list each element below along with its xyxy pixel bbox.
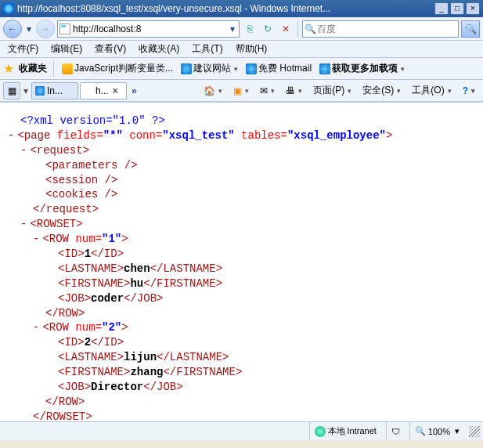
- page-menu[interactable]: 页面(P): [308, 82, 356, 99]
- search-button[interactable]: 🔍: [461, 20, 480, 38]
- search-icon: 🔍: [303, 23, 317, 34]
- xml-row1-firstname: <FIRSTNAME>hu</FIRSTNAME>: [8, 276, 475, 291]
- collapse-toggle[interactable]: -: [8, 129, 17, 142]
- menu-file[interactable]: 文件(F): [3, 41, 43, 57]
- menu-edit[interactable]: 编辑(E): [46, 41, 87, 57]
- refresh-button[interactable]: ↻: [260, 21, 276, 37]
- safety-menu[interactable]: 安全(S): [358, 82, 406, 99]
- quick-tabs-button[interactable]: ▦: [3, 82, 20, 99]
- menu-view[interactable]: 查看(V): [90, 41, 131, 57]
- back-button[interactable]: ←: [3, 20, 22, 38]
- document-content: <?xml version="1.0" ?> -<page fields="*"…: [0, 102, 483, 421]
- xml-rowset-open: -<ROWSET>: [8, 217, 475, 232]
- zoom-control[interactable]: 🔍 100% ▾: [409, 422, 464, 440]
- tab-1[interactable]: In...: [31, 82, 78, 99]
- separator: [53, 61, 54, 77]
- xml-page-open: -<page fields="*" conn="xsql_test" table…: [8, 128, 475, 143]
- tab-toolbar: 🏠 ▣ ✉ 🖶 页面(P) 安全(S) 工具(O) ?: [199, 82, 480, 99]
- fav-hotmail-label: 免费 Hotmail: [258, 62, 312, 75]
- collapse-toggle[interactable]: -: [33, 233, 42, 245]
- zoom-icon: 🔍: [415, 426, 426, 436]
- nav-bar: ← ▾ → ▾ ⎘ ↻ ✕ 🔍 🔍: [0, 17, 483, 41]
- shield-icon: 🛡: [391, 427, 400, 436]
- tools-menu[interactable]: 工具(O): [407, 82, 456, 99]
- menu-tools[interactable]: 工具(T): [187, 41, 227, 57]
- address-bar[interactable]: ▾: [57, 20, 240, 38]
- compat-view-icon[interactable]: ⎘: [242, 21, 258, 37]
- collapse-toggle[interactable]: -: [20, 218, 30, 230]
- collapse-toggle[interactable]: -: [20, 144, 30, 157]
- js-icon: [62, 63, 73, 74]
- favorites-label[interactable]: 收藏夹: [19, 62, 47, 75]
- globe-icon: [315, 426, 326, 437]
- xml-session: <session />: [8, 173, 475, 188]
- fav-more-label: 获取更多加载项: [332, 62, 398, 75]
- minimize-button[interactable]: _: [434, 2, 449, 15]
- tab-2-active[interactable]: h... ×: [80, 82, 127, 99]
- feeds-button[interactable]: ▣: [229, 82, 254, 99]
- fav-suggest-label: 建议网站: [193, 62, 231, 75]
- mail-button[interactable]: ✉: [255, 82, 279, 99]
- favorites-bar: ★ 收藏夹 JavaScript判断变量类... 建议网站 免费 Hotmail…: [0, 58, 483, 80]
- xml-rowset-close: </ROWSET>: [8, 410, 475, 421]
- menu-help[interactable]: 帮助(H): [231, 41, 272, 57]
- ie-icon: [246, 63, 257, 74]
- fav-link-js[interactable]: JavaScript判断变量类...: [60, 60, 175, 77]
- tabs-dropdown[interactable]: ▾: [22, 85, 30, 96]
- xml-row1-open: -<ROW num="1">: [8, 232, 475, 247]
- zoom-dropdown-icon[interactable]: ▾: [452, 426, 460, 436]
- separator: [297, 21, 298, 37]
- xml-row1-close: </ROW>: [8, 306, 475, 321]
- tab-2-label: h...: [96, 85, 109, 96]
- stop-button[interactable]: ✕: [278, 21, 294, 37]
- protected-mode[interactable]: 🛡: [386, 422, 405, 440]
- title-bar: http://localhost:8088/xsql_test/xsql/ver…: [0, 0, 483, 17]
- xml-cookies: <cookies />: [8, 187, 475, 202]
- window-buttons: _ □ ×: [434, 2, 480, 15]
- ie-icon: [181, 63, 192, 74]
- status-zone[interactable]: 本地 Intranet: [309, 422, 381, 440]
- menu-bar: 文件(F) 编辑(E) 查看(V) 收藏夹(A) 工具(T) 帮助(H): [0, 41, 483, 58]
- maximize-button[interactable]: □: [450, 2, 464, 15]
- xml-row2-open: -<ROW num="2">: [8, 320, 475, 335]
- url-input[interactable]: [73, 23, 228, 34]
- ie-icon: [35, 86, 45, 96]
- ie-icon: [3, 3, 14, 14]
- fav-link-more[interactable]: 获取更多加载项: [318, 60, 406, 77]
- xml-row1-lastname: <LASTNAME>chen</LASTNAME>: [8, 262, 475, 276]
- ie-icon: [319, 63, 330, 74]
- close-button[interactable]: ×: [466, 2, 480, 15]
- print-button[interactable]: 🖶: [281, 82, 307, 99]
- fav-js-label: JavaScript判断变量类...: [74, 62, 173, 75]
- forward-button[interactable]: →: [36, 20, 55, 38]
- xml-request-open: -<request>: [8, 143, 475, 158]
- page-icon: [84, 86, 93, 96]
- fav-link-suggest[interactable]: 建议网站: [179, 60, 240, 77]
- xml-row2-job: <JOB>Director</JOB>: [8, 380, 475, 395]
- address-dropdown-icon[interactable]: ▾: [228, 23, 237, 34]
- tab-1-label: In...: [47, 85, 63, 96]
- resize-grip[interactable]: [469, 426, 480, 437]
- help-button[interactable]: ?: [458, 82, 480, 99]
- xml-parameters: <parameters />: [8, 158, 475, 173]
- back-dropdown[interactable]: ▾: [24, 20, 34, 38]
- page-icon: [59, 23, 70, 34]
- status-bar: 本地 Intranet 🛡 🔍 100% ▾: [0, 421, 483, 440]
- fav-link-hotmail[interactable]: 免费 Hotmail: [244, 60, 313, 77]
- xml-row2-firstname: <FIRSTNAME>zhang</FIRSTNAME>: [8, 365, 475, 380]
- xml-pi: <?xml version="1.0" ?>: [8, 114, 475, 128]
- window-title: http://localhost:8088/xsql_test/xsql/ver…: [17, 0, 434, 17]
- xml-row1-job: <JOB>coder</JOB>: [8, 291, 475, 306]
- xml-row2-close: </ROW>: [8, 395, 475, 410]
- search-box[interactable]: 🔍: [302, 20, 459, 38]
- tabs-overflow[interactable]: »: [128, 85, 140, 96]
- favorites-star-icon[interactable]: ★: [3, 61, 14, 76]
- xml-row1-id: <ID>1</ID>: [8, 247, 475, 262]
- xml-row2-lastname: <LASTNAME>lijun</LASTNAME>: [8, 350, 475, 365]
- tab-close-button[interactable]: ×: [111, 85, 120, 96]
- home-button[interactable]: 🏠: [199, 82, 227, 99]
- search-input[interactable]: [317, 23, 458, 34]
- menu-favorites[interactable]: 收藏夹(A): [134, 41, 184, 57]
- collapse-toggle[interactable]: -: [33, 321, 42, 334]
- tab-bar: ▦ ▾ In... h... × » 🏠 ▣ ✉ 🖶 页面(P) 安全(S) 工…: [0, 80, 483, 102]
